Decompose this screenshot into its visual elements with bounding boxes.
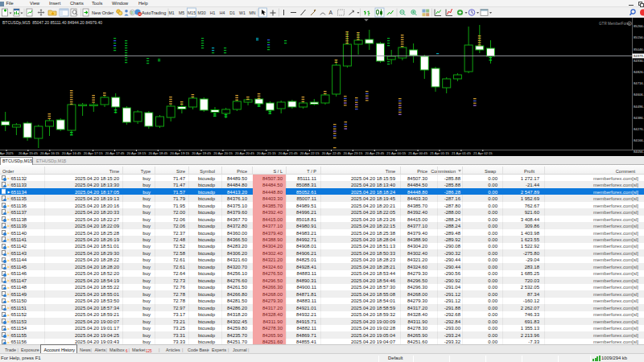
svg-text:21 Apr 01:15: 21 Apr 01:15	[430, 151, 449, 155]
svg-text:20 Apr 23:45: 20 Apr 23:45	[365, 151, 384, 155]
svg-text:85156.0: 85156.0	[634, 35, 644, 39]
svg-text:20 Apr 23:15: 20 Apr 23:15	[344, 151, 363, 155]
svg-text:M5: M5	[179, 10, 184, 15]
svg-text:GTR MemberForex: GTR MemberForex	[599, 22, 631, 26]
svg-text:84606.1: 84606.1	[634, 93, 644, 97]
svg-text:84936.0: 84936.0	[634, 59, 644, 63]
svg-text:W1: W1	[239, 10, 246, 15]
svg-text:i: i	[629, 22, 630, 26]
svg-text:85266.0: 85266.0	[634, 24, 644, 28]
svg-text:20 Apr 22:15: 20 Apr 22:15	[300, 151, 320, 155]
svg-text:20 Apr 21:45: 20 Apr 21:45	[279, 151, 298, 155]
svg-text:20 Apr 17:45: 20 Apr 17:45	[105, 151, 125, 155]
svg-text:84979.4: 84979.4	[634, 54, 644, 58]
svg-text:New Order: New Order	[92, 10, 114, 15]
svg-text:21 Apr 00:15: 21 Apr 00:15	[386, 151, 406, 155]
svg-text:84716.1: 84716.1	[634, 81, 644, 85]
svg-text:84166.2: 84166.2	[634, 138, 644, 142]
svg-text:21 Apr 02:15: 21 Apr 02:15	[473, 151, 493, 155]
svg-text:A: A	[329, 10, 333, 15]
svg-text:84056.2: 84056.2	[634, 150, 644, 154]
svg-text:ip: ip	[130, 10, 134, 14]
svg-text:20 Apr 20:15: 20 Apr 20:15	[213, 151, 233, 155]
svg-text:D1: D1	[229, 10, 235, 15]
svg-text:20 Apr 20:45: 20 Apr 20:45	[235, 151, 254, 155]
svg-text:20 Apr 19:45: 20 Apr 19:45	[192, 151, 211, 155]
svg-text:H4: H4	[220, 10, 225, 15]
svg-text:20 Apr 18:45: 20 Apr 18:45	[148, 151, 167, 155]
svg-text:H1: H1	[210, 10, 216, 15]
svg-text:84386.1: 84386.1	[634, 116, 644, 120]
svg-text:20 Apr 22:45: 20 Apr 22:45	[322, 151, 341, 155]
svg-text:Apr 2025: Apr 2025	[0, 151, 14, 155]
svg-text:84276.2: 84276.2	[634, 127, 644, 131]
svg-text:MN: MN	[249, 10, 255, 15]
svg-text:20 Apr 16:45: 20 Apr 16:45	[62, 151, 81, 155]
svg-text:M15: M15	[188, 10, 196, 15]
svg-text:M30: M30	[197, 10, 205, 15]
svg-text:BTCUSDp,M15 85047.20 85111.40: BTCUSDp,M15 85047.20 85111.40 84944.20 8…	[2, 20, 102, 25]
svg-text:20 Apr 15:45: 20 Apr 15:45	[19, 151, 38, 155]
svg-text:20 Apr 16:15: 20 Apr 16:15	[40, 151, 60, 155]
svg-text:M1: M1	[168, 10, 174, 15]
svg-text:21 Apr 00:45: 21 Apr 00:45	[408, 151, 427, 155]
svg-text:AutoTrading: AutoTrading	[142, 10, 166, 15]
svg-text:84496.1: 84496.1	[634, 105, 644, 109]
svg-text:20 Apr 19:15: 20 Apr 19:15	[170, 151, 189, 155]
svg-text:85046.0: 85046.0	[634, 47, 644, 51]
svg-text:84826.0: 84826.0	[634, 70, 644, 74]
svg-text:20 Apr 18:15: 20 Apr 18:15	[127, 151, 147, 155]
svg-text:20 Apr 17:15: 20 Apr 17:15	[84, 151, 103, 155]
svg-text:20 Apr 21:15: 20 Apr 21:15	[257, 151, 276, 155]
svg-text:21 Apr 01:45: 21 Apr 01:45	[452, 151, 471, 155]
